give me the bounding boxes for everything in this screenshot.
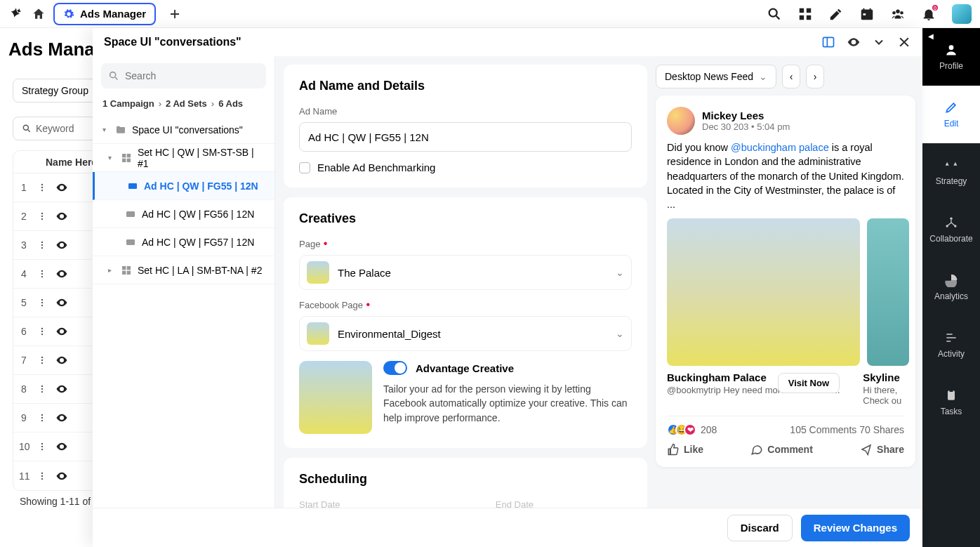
table-row[interactable]: 4: [13, 260, 103, 289]
table-row[interactable]: 2: [13, 202, 103, 231]
tree-adset-node[interactable]: ▸ Set HC | LA | SM-BT-NA | #2: [93, 256, 274, 284]
close-icon[interactable]: [897, 35, 911, 49]
eye-icon[interactable]: [55, 239, 68, 251]
eye-icon[interactable]: [55, 440, 68, 453]
svg-rect-3: [800, 15, 804, 19]
rail-edit[interactable]: Edit: [922, 86, 980, 143]
share-button[interactable]: Share: [860, 443, 904, 456]
eye-icon[interactable]: [55, 411, 68, 424]
chevron-down-icon: ⌄: [759, 71, 767, 82]
placement-select[interactable]: Desktop News Feed ⌄: [656, 65, 776, 88]
panel-layout-icon[interactable]: [821, 35, 835, 49]
kebab-icon[interactable]: [37, 183, 47, 192]
right-rail: ◀ Profile Edit Strategy Collaborate Anal…: [922, 28, 980, 547]
eye-icon[interactable]: [55, 470, 68, 482]
table-row[interactable]: 10: [13, 433, 103, 461]
kebab-icon[interactable]: [37, 240, 47, 250]
kebab-icon[interactable]: [37, 471, 47, 481]
notifications-icon[interactable]: 0: [921, 6, 936, 22]
home-icon[interactable]: [31, 6, 46, 22]
fbpage-select[interactable]: Environmental_Digest ⌄: [299, 316, 632, 351]
rail-activity[interactable]: Activity: [922, 316, 980, 374]
caret-right-icon: ▸: [108, 266, 115, 274]
like-button[interactable]: Like: [667, 443, 703, 456]
page-select[interactable]: The Palace ⌄: [299, 255, 632, 290]
tree-search-input[interactable]: [125, 70, 259, 81]
kebab-icon[interactable]: [37, 298, 47, 308]
preview-visibility-icon[interactable]: [847, 35, 861, 49]
rail-tasks[interactable]: Tasks: [922, 374, 980, 431]
eye-icon[interactable]: [55, 296, 68, 309]
tree-ad-node[interactable]: Ad HC | QW | FG57 | 12N: [93, 228, 274, 256]
eye-icon[interactable]: [55, 268, 68, 280]
caret-down-icon: ▾: [108, 154, 115, 162]
rail-analytics[interactable]: Analytics: [922, 258, 980, 316]
comment-button[interactable]: Comment: [750, 443, 813, 456]
rail-strategy[interactable]: Strategy: [922, 143, 980, 201]
new-tab-button[interactable]: [167, 6, 183, 22]
tab-ads-manager[interactable]: Ads Manager: [53, 3, 156, 25]
apps-icon[interactable]: [797, 6, 813, 22]
checkbox-icon[interactable]: [299, 162, 310, 173]
caret-down-icon: ▾: [102, 126, 110, 133]
tree-campaign-node[interactable]: ▾ Space UI "conversations": [93, 116, 274, 144]
preview-avatar: [667, 107, 695, 135]
visit-now-button[interactable]: Visit Now: [778, 373, 840, 393]
eye-icon[interactable]: [55, 181, 68, 194]
table-row[interactable]: 8: [13, 375, 103, 404]
tree-search[interactable]: [101, 63, 266, 88]
kebab-icon[interactable]: [37, 211, 47, 221]
user-avatar[interactable]: [952, 4, 972, 24]
kebab-icon[interactable]: [37, 442, 47, 452]
search-icon[interactable]: [767, 6, 782, 22]
discard-button[interactable]: Discard: [727, 515, 793, 541]
keyword-search[interactable]: Keyword: [13, 117, 97, 140]
table-row[interactable]: 3: [13, 231, 103, 260]
next-placement-button[interactable]: ›: [806, 65, 824, 88]
strategy-group-filter[interactable]: Strategy Group: [13, 79, 98, 103]
table-row[interactable]: 6: [13, 317, 103, 346]
svg-rect-61: [127, 266, 131, 270]
svg-rect-63: [127, 270, 131, 274]
tree-ad-node[interactable]: Ad HC | QW | FG56 | 12N: [93, 200, 274, 228]
ad-icon: [125, 237, 136, 248]
kebab-icon[interactable]: [37, 413, 47, 423]
table-row[interactable]: 1: [13, 173, 103, 202]
table-row[interactable]: 7: [13, 346, 103, 375]
mention-link[interactable]: @buckingham palace: [731, 142, 829, 153]
svg-point-25: [41, 302, 43, 303]
eye-icon[interactable]: [55, 354, 68, 367]
svg-point-33: [41, 385, 43, 387]
compose-icon[interactable]: [828, 6, 844, 22]
ad-name-input[interactable]: [299, 122, 632, 152]
svg-point-29: [41, 334, 43, 335]
rail-collaborate[interactable]: Collaborate: [922, 201, 980, 258]
table-row[interactable]: 9: [13, 404, 103, 433]
prev-placement-button[interactable]: ‹: [782, 65, 800, 88]
kebab-icon[interactable]: [37, 269, 47, 279]
rail-profile[interactable]: ◀ Profile: [922, 28, 980, 86]
eye-icon[interactable]: [55, 325, 68, 338]
kebab-icon[interactable]: [37, 384, 47, 394]
eye-icon[interactable]: [55, 383, 68, 395]
advantage-toggle[interactable]: [383, 361, 407, 375]
chevron-down-icon[interactable]: [872, 35, 886, 49]
notification-badge: 0: [931, 4, 939, 12]
eye-icon[interactable]: [55, 210, 68, 223]
table-row[interactable]: 5: [13, 289, 103, 317]
svg-point-41: [41, 449, 43, 450]
kebab-icon[interactable]: [37, 327, 47, 336]
svg-point-28: [41, 331, 43, 332]
people-icon[interactable]: [890, 6, 906, 22]
review-changes-button[interactable]: Review Changes: [801, 515, 910, 541]
benchmark-checkbox-row[interactable]: Enable Ad Benchmarking: [299, 162, 632, 173]
tree-adset-node[interactable]: ▾ Set HC | QW | SM-ST-SB | #1: [93, 144, 274, 172]
caret-left-icon: ◀: [928, 32, 934, 40]
tree-ad-node-selected[interactable]: Ad HC | QW | FG55 | 12N: [93, 172, 274, 200]
table-showing: Showing 1-11 of: [20, 496, 91, 507]
calendar-icon[interactable]: [859, 6, 875, 22]
campaign-tree: 1 Campaign› 2 Ad Sets› 6 Ads ▾ Space UI …: [93, 56, 275, 508]
preview-stats: 👍😂❤ 208 105 Comments 70 Shares: [667, 416, 904, 436]
table-row[interactable]: 11: [13, 461, 103, 490]
kebab-icon[interactable]: [37, 355, 47, 365]
